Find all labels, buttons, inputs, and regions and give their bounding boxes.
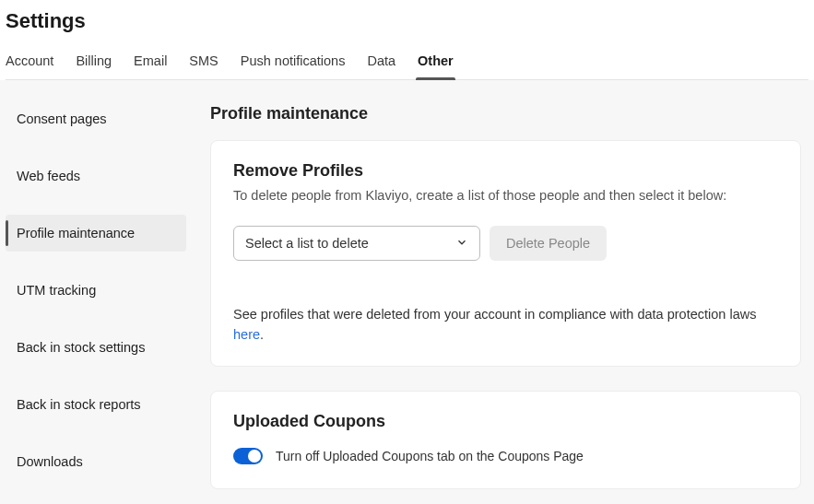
compliance-suffix: . — [260, 327, 264, 342]
remove-profiles-desc: To delete people from Klaviyo, create a … — [233, 186, 778, 205]
sidebar-item-label: Profile maintenance — [17, 226, 135, 240]
sidebar-item-downloads[interactable]: Downloads — [6, 443, 186, 480]
delete-people-button: Delete People — [490, 226, 607, 261]
sidebar-item-web-feeds[interactable]: Web feeds — [6, 158, 186, 194]
list-select-placeholder: Select a list to delete — [245, 236, 369, 251]
compliance-prefix: See profiles that were deleted from your… — [233, 307, 756, 322]
sidebar-item-label: Back in stock reports — [17, 397, 141, 412]
sidebar-item-utm-tracking[interactable]: UTM tracking — [6, 272, 186, 309]
remove-profiles-card: Remove Profiles To delete people from Kl… — [210, 140, 801, 367]
tab-push-notifications[interactable]: Push notifications — [241, 46, 346, 79]
compliance-here-link[interactable]: here — [233, 327, 260, 342]
sidebar-item-consent-pages[interactable]: Consent pages — [6, 100, 186, 137]
tab-sms[interactable]: SMS — [189, 46, 218, 79]
sidebar-item-label: Web feeds — [17, 169, 80, 183]
settings-tabs: Account Billing Email SMS Push notificat… — [6, 46, 808, 80]
sidebar-item-label: Downloads — [17, 454, 83, 469]
tab-data[interactable]: Data — [367, 46, 395, 79]
chevron-down-icon — [455, 236, 468, 252]
list-select[interactable]: Select a list to delete — [233, 226, 480, 261]
uploaded-coupons-card: Uploaded Coupons Turn off Uploaded Coupo… — [210, 391, 801, 489]
sidebar-item-label: Back in stock settings — [17, 340, 145, 355]
tab-billing[interactable]: Billing — [76, 46, 112, 79]
toggle-knob — [248, 450, 261, 463]
page-title: Settings — [6, 9, 808, 33]
sidebar-item-back-in-stock-reports[interactable]: Back in stock reports — [6, 386, 186, 423]
tab-account[interactable]: Account — [6, 46, 53, 79]
compliance-text: See profiles that were deleted from your… — [233, 305, 778, 346]
sidebar-item-back-in-stock-settings[interactable]: Back in stock settings — [6, 329, 186, 366]
sidebar-item-profile-maintenance[interactable]: Profile maintenance — [6, 215, 186, 252]
sidebar: Consent pages Web feeds Profile maintena… — [0, 80, 194, 504]
uploaded-coupons-toggle[interactable] — [233, 448, 263, 464]
uploaded-coupons-toggle-label: Turn off Uploaded Coupons tab on the Cou… — [276, 449, 584, 463]
section-heading: Profile maintenance — [210, 104, 801, 123]
tab-email[interactable]: Email — [134, 46, 167, 79]
sidebar-item-label: Consent pages — [17, 111, 107, 126]
remove-profiles-title: Remove Profiles — [233, 161, 778, 181]
uploaded-coupons-title: Uploaded Coupons — [233, 412, 778, 431]
sidebar-item-label: UTM tracking — [17, 283, 96, 298]
tab-other[interactable]: Other — [418, 46, 454, 79]
main-content: Profile maintenance Remove Profiles To d… — [194, 80, 814, 504]
